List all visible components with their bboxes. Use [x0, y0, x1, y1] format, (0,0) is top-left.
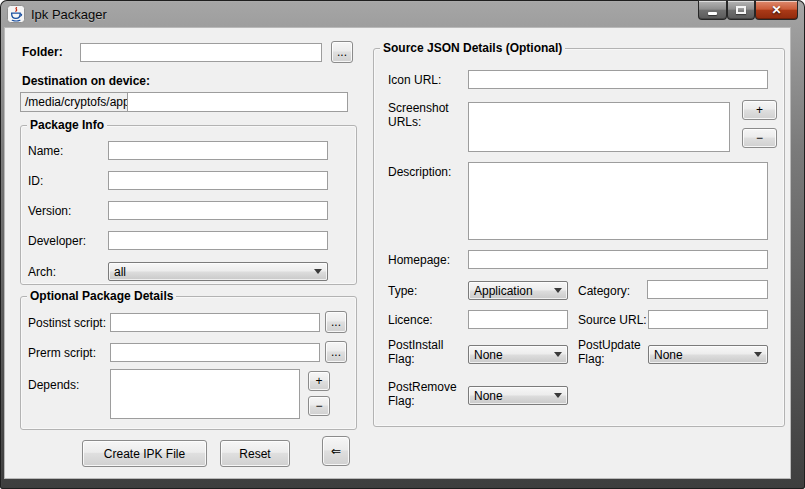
depends-remove-button[interactable]: −	[308, 396, 330, 416]
screenshot-remove-button[interactable]: −	[742, 128, 777, 148]
ellipsis-icon: ...	[331, 315, 341, 329]
chevron-down-icon	[754, 352, 762, 361]
prerm-browse-button[interactable]: ...	[325, 341, 347, 363]
screenshot-urls-label: Screenshot URLs:	[388, 101, 466, 129]
ellipsis-icon: ...	[337, 45, 347, 59]
arrow-left-icon: ⇐	[331, 444, 341, 458]
depends-add-button[interactable]: +	[308, 371, 330, 391]
prerm-input[interactable]	[110, 343, 320, 362]
maximize-button[interactable]	[727, 0, 755, 20]
package-info-title: Package Info	[27, 118, 107, 133]
screenshot-urls-list[interactable]	[468, 102, 730, 152]
postremove-flag-label: PostRemove Flag:	[388, 380, 458, 408]
postremove-selected-value: None	[474, 389, 503, 403]
postinstall-flag-select[interactable]: None	[468, 345, 568, 364]
destination-field-group: /media/cryptofs/apps	[20, 92, 348, 112]
source-url-label: Source URL:	[578, 313, 648, 327]
source-url-input[interactable]	[648, 310, 768, 329]
arch-selected-value: all	[114, 265, 126, 279]
icon-url-label: Icon URL:	[388, 73, 466, 87]
title-bar[interactable]: Ipk Packager	[0, 0, 805, 28]
plus-icon: +	[315, 374, 322, 388]
homepage-input[interactable]	[468, 250, 768, 269]
plus-icon: +	[756, 103, 763, 117]
postinst-input[interactable]	[110, 313, 320, 332]
description-input[interactable]	[468, 162, 768, 240]
chevron-down-icon	[314, 269, 322, 278]
minimize-button[interactable]	[698, 0, 727, 20]
type-label: Type:	[388, 284, 466, 298]
client-area: Folder: ... Destination on device: /medi…	[5, 28, 790, 478]
maximize-icon	[736, 6, 746, 14]
app-window: Ipk Packager ✕ Folder: ... Destination o…	[0, 0, 805, 489]
destination-prefix-label: /media/cryptofs/apps	[21, 93, 128, 111]
depends-label: Depends:	[28, 378, 79, 392]
prerm-label: Prerm script:	[28, 346, 96, 360]
minus-icon: −	[756, 131, 763, 145]
postinstall-flag-label: PostInstall Flag:	[388, 338, 458, 366]
java-logo-icon	[7, 5, 25, 23]
reset-button-label: Reset	[239, 447, 270, 461]
window-title: Ipk Packager	[31, 7, 107, 22]
licence-label: Licence:	[388, 313, 466, 327]
source-json-title: Source JSON Details (Optional)	[380, 41, 565, 56]
arch-select[interactable]: all	[108, 262, 328, 281]
minus-icon: −	[315, 399, 322, 413]
folder-input[interactable]	[80, 43, 322, 62]
category-label: Category:	[578, 284, 644, 298]
destination-input[interactable]	[128, 93, 347, 111]
description-label: Description:	[388, 165, 466, 179]
destination-label: Destination on device:	[22, 74, 150, 88]
postupdate-flag-label: PostUpdate Flag:	[578, 338, 648, 366]
id-input[interactable]	[108, 171, 328, 190]
name-label: Name:	[28, 144, 63, 158]
version-label: Version:	[28, 204, 71, 218]
chevron-down-icon	[554, 352, 562, 361]
depends-list[interactable]	[110, 369, 300, 419]
postinstall-selected-value: None	[474, 348, 503, 362]
type-select[interactable]: Application	[468, 281, 568, 300]
version-input[interactable]	[108, 201, 328, 220]
collapse-panel-button[interactable]: ⇐	[322, 436, 350, 466]
developer-label: Developer:	[28, 234, 86, 248]
minimize-icon	[708, 12, 717, 15]
screenshot-add-button[interactable]: +	[742, 100, 777, 120]
name-input[interactable]	[108, 141, 328, 160]
licence-input[interactable]	[468, 310, 568, 329]
category-input[interactable]	[647, 280, 768, 299]
postinst-browse-button[interactable]: ...	[325, 311, 347, 333]
create-ipk-button-label: Create IPK File	[104, 447, 185, 461]
chevron-down-icon	[554, 288, 562, 297]
folder-label: Folder:	[22, 45, 63, 59]
developer-input[interactable]	[108, 231, 328, 250]
folder-browse-button[interactable]: ...	[331, 41, 353, 63]
reset-button[interactable]: Reset	[220, 440, 290, 467]
postinst-label: Postinst script:	[28, 316, 106, 330]
close-icon: ✕	[771, 1, 781, 19]
create-ipk-button[interactable]: Create IPK File	[82, 440, 207, 467]
arch-label: Arch:	[28, 265, 56, 279]
postremove-flag-select[interactable]: None	[468, 386, 568, 405]
optional-details-title: Optional Package Details	[27, 289, 176, 304]
postupdate-flag-select[interactable]: None	[648, 345, 768, 364]
postupdate-selected-value: None	[654, 348, 683, 362]
id-label: ID:	[28, 174, 43, 188]
close-button[interactable]: ✕	[755, 0, 798, 20]
ellipsis-icon: ...	[331, 345, 341, 359]
type-selected-value: Application	[474, 284, 533, 298]
icon-url-input[interactable]	[468, 70, 768, 89]
chevron-down-icon	[554, 393, 562, 402]
homepage-label: Homepage:	[388, 253, 466, 267]
